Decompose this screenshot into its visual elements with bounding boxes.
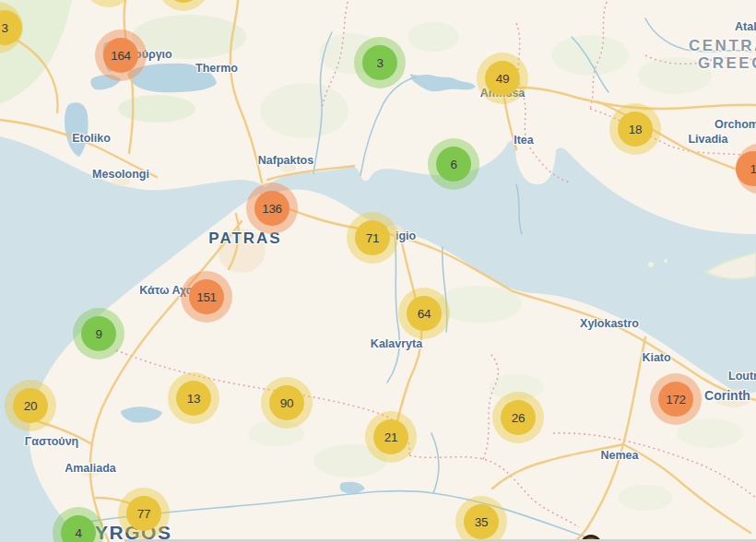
cluster-count: 18 (618, 112, 653, 147)
cluster-count: 151 (189, 279, 224, 314)
cluster-marker-6[interactable]: 6 (428, 138, 479, 190)
cluster-marker-edge-top-left[interactable]: 3 (0, 2, 23, 53)
cluster-marker-77[interactable]: 77 (118, 488, 170, 539)
cluster-marker-26[interactable]: 26 (492, 392, 544, 443)
cluster-count: 77 (126, 496, 161, 531)
cluster-count: 9 (81, 316, 116, 351)
cluster-marker-18[interactable]: 18 (609, 103, 661, 155)
cluster-marker-edge-right[interactable]: 1 (736, 143, 756, 194)
cluster-marker-35[interactable]: 35 (455, 496, 507, 542)
cluster-marker-164[interactable]: 164 (95, 29, 147, 81)
cluster-count: 164 (103, 38, 138, 73)
cluster-count: 21 (373, 419, 408, 454)
cluster-count (166, 0, 201, 3)
cluster-count: 136 (254, 191, 289, 226)
cluster-count: 1 (736, 151, 756, 186)
cluster-marker-64[interactable]: 64 (398, 288, 450, 339)
cluster-count: 6 (436, 147, 471, 182)
cluster-count: 26 (501, 400, 536, 435)
cluster-count: 35 (464, 504, 499, 539)
cluster-count: 20 (13, 388, 48, 423)
cluster-marker-21[interactable]: 21 (365, 411, 417, 463)
cluster-count: 4 (61, 515, 96, 542)
cluster-marker-71[interactable]: 71 (347, 212, 398, 264)
cluster-marker-13[interactable]: 13 (168, 372, 219, 424)
cluster-marker-3[interactable]: 3 (354, 37, 406, 88)
cluster-count: 3 (0, 10, 22, 45)
cluster-count: 90 (269, 385, 304, 420)
cluster-count: 13 (176, 381, 211, 416)
cluster-marker-edge-top-2[interactable] (158, 0, 209, 11)
cluster-count: 3 (362, 45, 397, 80)
cluster-count: 71 (355, 220, 390, 255)
cluster-marker-edge-top-1[interactable] (83, 0, 135, 7)
cluster-count: 172 (658, 382, 693, 417)
cluster-layer: 3164349186136711519642013902126172357741 (0, 0, 756, 542)
cluster-marker-4[interactable]: 4 (53, 507, 104, 542)
cluster-marker-172[interactable]: 172 (650, 373, 702, 425)
cluster-marker-9[interactable]: 9 (73, 308, 124, 359)
cluster-count: 49 (485, 61, 520, 96)
cluster-marker-136[interactable]: 136 (246, 183, 298, 234)
cluster-marker-151[interactable]: 151 (181, 271, 232, 323)
cluster-count: 64 (407, 296, 442, 331)
cluster-marker-49[interactable]: 49 (477, 53, 528, 104)
cluster-marker-90[interactable]: 90 (261, 377, 313, 429)
cluster-marker-20[interactable]: 20 (5, 380, 56, 431)
map-canvas[interactable]: ούργιοThermoEtolikoMesolongiNafpaktosAmf… (0, 0, 756, 542)
